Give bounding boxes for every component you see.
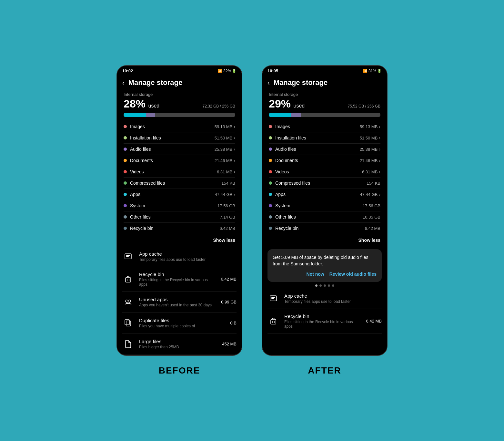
promo-dot-4 <box>328 284 330 287</box>
before-duplicate-name: Duplicate files <box>139 318 225 323</box>
after-status-bar: 10:05 📶 31% 🔋 <box>262 66 387 75</box>
before-large-info: Large files Files bigger than 25MB <box>139 339 217 349</box>
comparison-row: 10:02 📶 32% 🔋 ‹ Manage storage Internal … <box>116 65 388 376</box>
after-status-icons: 📶 31% 🔋 <box>363 69 382 73</box>
unused-icon <box>122 296 134 308</box>
list-item[interactable]: Apps 47.44 GB› <box>269 189 380 200</box>
before-storage-label: Internal storage <box>124 92 235 97</box>
list-item[interactable]: Apps 47.44 GB› <box>124 189 235 200</box>
after-page-title: Manage storage <box>274 78 328 87</box>
promo-dot-2 <box>319 284 322 287</box>
after-label: AFTER <box>308 365 341 376</box>
before-storage-section: Internal storage 28% used 72.32 GB / 256… <box>117 89 242 117</box>
after-promo-card: Get 5.09 MB of space by deleting old aud… <box>267 249 382 282</box>
after-promo-not-now[interactable]: Not now <box>307 272 324 277</box>
svg-rect-2 <box>126 256 129 257</box>
list-item: Recycle bin 6.42 MB <box>124 223 235 234</box>
after-appcache-name: App cache <box>284 293 382 299</box>
before-storage-used-row: 28% used 72.32 GB / 256 GB <box>124 97 235 110</box>
wifi-icon: 📶 <box>363 69 368 73</box>
svg-rect-12 <box>271 298 274 299</box>
before-large-size: 452 MB <box>222 342 237 346</box>
before-recycle-desc: Files sitting in the Recycle bin in vari… <box>139 278 216 287</box>
before-duplicate-desc: Files you have multiple copies of <box>139 324 225 328</box>
before-tool-appcache[interactable]: App cache Temporary files apps use to lo… <box>122 246 237 267</box>
before-duplicate-info: Duplicate files Files you have multiple … <box>139 318 225 328</box>
after-promo-review[interactable]: Review old audio files <box>329 272 377 277</box>
before-show-less-btn[interactable]: Show less <box>117 234 242 246</box>
before-large-desc: Files bigger than 25MB <box>139 345 217 349</box>
appcache-icon <box>122 251 134 262</box>
recycle-icon <box>122 273 134 285</box>
list-item[interactable]: Installation files 51.50 MB› <box>269 132 380 144</box>
svg-point-6 <box>126 300 128 303</box>
before-appcache-name: App cache <box>139 251 237 257</box>
list-item[interactable]: Installation files 51.50 MB› <box>124 132 235 144</box>
after-recycle-name: Recycle bin <box>284 313 361 319</box>
largefile-icon <box>122 338 134 350</box>
after-promo-buttons: Not now Review old audio files <box>273 272 377 277</box>
before-phone-frame: 10:02 📶 32% 🔋 ‹ Manage storage Internal … <box>116 65 242 356</box>
after-back-arrow[interactable]: ‹ <box>267 79 270 87</box>
svg-rect-8 <box>126 321 131 326</box>
svg-point-7 <box>128 300 131 303</box>
before-appcache-desc: Temporary files apps use to load faster <box>139 257 237 262</box>
list-item: Compressed files 154 KB <box>269 178 380 189</box>
before-unused-info: Unused apps Apps you haven't used in the… <box>139 297 216 307</box>
after-storage-label: Internal storage <box>269 92 380 97</box>
svg-rect-13 <box>271 320 276 324</box>
before-page-title: Manage storage <box>128 78 183 87</box>
before-bar-purple <box>146 113 155 117</box>
list-item: Other files 10.35 GB <box>269 211 380 223</box>
after-storage-bar <box>269 113 380 117</box>
after-storage-items: Images 59.13 MB› Installation files 51.5… <box>262 121 387 234</box>
before-bar-cyan <box>124 113 146 117</box>
after-bar-cyan <box>269 113 291 117</box>
before-tool-duplicate[interactable]: Duplicate files Files you have multiple … <box>122 313 237 333</box>
battery-icon: 🔋 <box>232 69 237 73</box>
list-item[interactable]: Documents 21.46 MB› <box>269 155 380 166</box>
promo-dot-5 <box>332 284 334 287</box>
after-storage-total: 75.52 GB / 256 GB <box>348 104 380 108</box>
before-tool-recycle[interactable]: Recycle bin Files sitting in the Recycle… <box>122 267 237 292</box>
after-tools-section: App cache Temporary files apps use to lo… <box>262 288 387 333</box>
before-show-less-text: Show less <box>213 238 235 243</box>
svg-rect-3 <box>126 278 131 282</box>
after-bar-purple <box>291 113 301 117</box>
after-promo-text: Get 5.09 MB of space by deleting old aud… <box>273 254 377 267</box>
before-header: ‹ Manage storage <box>117 75 242 89</box>
list-item: System 17.56 GB <box>269 200 380 211</box>
before-appcache-info: App cache Temporary files apps use to lo… <box>139 251 237 262</box>
before-unused-desc: Apps you haven't used in the past 30 day… <box>139 303 216 307</box>
battery-icon: 🔋 <box>377 69 382 73</box>
after-promo-dots <box>262 284 387 287</box>
list-item[interactable]: Documents 21.46 MB› <box>124 155 235 166</box>
after-tool-recycle[interactable]: Recycle bin Files sitting in the Recycle… <box>267 309 382 333</box>
list-item[interactable]: Videos 6.31 MB› <box>124 166 235 178</box>
before-storage-bar <box>124 113 235 117</box>
after-show-less-btn[interactable]: Show less <box>262 234 387 246</box>
after-tool-appcache[interactable]: App cache Temporary files apps use to lo… <box>267 288 382 309</box>
promo-dot-1 <box>315 284 318 287</box>
before-duplicate-size: 0 B <box>230 321 237 325</box>
before-recycle-size: 6.42 MB <box>221 277 237 282</box>
list-item: System 17.56 GB <box>124 200 235 211</box>
list-item[interactable]: Videos 6.31 MB› <box>269 166 380 178</box>
list-item[interactable]: Images 59.13 MB› <box>124 121 235 132</box>
before-battery: 32% <box>223 69 231 73</box>
before-tool-large[interactable]: Large files Files bigger than 25MB 452 M… <box>122 333 237 354</box>
after-storage-used-text: used <box>294 103 305 108</box>
before-storage-percent: 28% <box>124 97 146 110</box>
after-appcache-desc: Temporary files apps use to load faster <box>284 299 382 304</box>
before-back-arrow[interactable]: ‹ <box>122 79 125 87</box>
before-tool-unused[interactable]: Unused apps Apps you haven't used in the… <box>122 292 237 313</box>
after-recycle-desc: Files sitting in the Recycle bin in vari… <box>284 320 361 329</box>
list-item[interactable]: Images 59.13 MB› <box>269 121 380 132</box>
list-item[interactable]: Audio files 25.38 MB› <box>269 144 380 155</box>
duplicate-icon <box>122 317 134 329</box>
list-item[interactable]: Audio files 25.38 MB› <box>124 144 235 155</box>
list-item: Other files 7.14 GB <box>124 211 235 223</box>
after-recycle-info: Recycle bin Files sitting in the Recycle… <box>284 313 361 329</box>
after-divider <box>269 246 380 246</box>
before-status-icons: 📶 32% 🔋 <box>218 69 237 73</box>
